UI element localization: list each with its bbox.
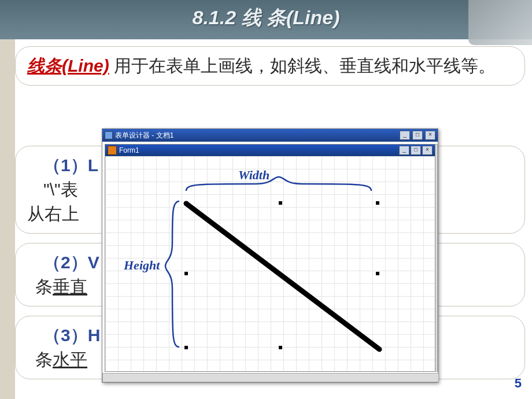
form-titlebar[interactable]: Form1 _ □ ×	[105, 145, 435, 156]
close-button[interactable]: ×	[425, 131, 435, 140]
svg-rect-6	[279, 346, 282, 349]
form-maximize-button[interactable]: □	[411, 146, 421, 155]
point-1-left-c: 从右上	[27, 204, 79, 223]
intro-text: 用于在表单上画线，如斜线、垂直线和水平线等。	[109, 56, 496, 75]
designer-title: 表单设计器 - 文档1	[115, 131, 173, 141]
svg-rect-0	[184, 201, 188, 205]
page-number: 5	[515, 376, 522, 391]
svg-rect-4	[376, 272, 379, 275]
form-close-button[interactable]: ×	[422, 146, 433, 155]
point-3-left-a: 条	[35, 350, 53, 369]
form-canvas[interactable]: Width Height	[105, 156, 435, 371]
point-1-index: （1）L	[43, 156, 98, 175]
form-minimize-button[interactable]: _	[399, 146, 409, 155]
point-3-index: （3）H	[43, 326, 100, 345]
point-2-left-a: 条	[35, 277, 53, 296]
svg-rect-5	[184, 346, 188, 349]
height-label: Height	[124, 258, 160, 273]
svg-rect-2	[376, 201, 379, 205]
svg-rect-3	[184, 272, 188, 275]
point-2-left-b: 垂直	[53, 277, 87, 296]
slide-title: 8.1.2 线 条(Line)	[0, 5, 532, 31]
maximize-button[interactable]: □	[412, 131, 423, 140]
form-title-text: Form1	[119, 146, 139, 154]
width-label: Width	[238, 168, 269, 183]
slide: 8.1.2 线 条(Line) 线条(Line) 用于在表单上画线，如斜线、垂直…	[0, 0, 532, 399]
svg-rect-1	[279, 201, 282, 205]
intro-block: 线条(Line) 用于在表单上画线，如斜线、垂直线和水平线等。	[15, 46, 525, 86]
app-icon	[105, 131, 113, 139]
form-designer-window: 表单设计器 - 文档1 _ □ × Form1 _ □ ×	[102, 128, 438, 383]
point-3-left-b: 水平	[53, 350, 87, 369]
diagonal-line[interactable]	[186, 204, 379, 349]
height-brace-icon	[165, 201, 179, 347]
form-window: Form1 _ □ ×	[105, 144, 435, 372]
svg-rect-7	[376, 346, 379, 349]
left-strip	[0, 39, 15, 399]
width-brace-icon	[186, 177, 371, 191]
point-1-left-b: "\"表	[43, 180, 78, 199]
keyword-line: 线条(Line)	[27, 56, 109, 75]
point-2-index: （2）V	[43, 253, 99, 272]
minimize-button[interactable]: _	[400, 131, 410, 140]
horizontal-scrollbar[interactable]	[102, 373, 439, 382]
fox-icon	[108, 146, 117, 155]
designer-titlebar[interactable]: 表单设计器 - 文档1 _ □ ×	[102, 129, 438, 142]
